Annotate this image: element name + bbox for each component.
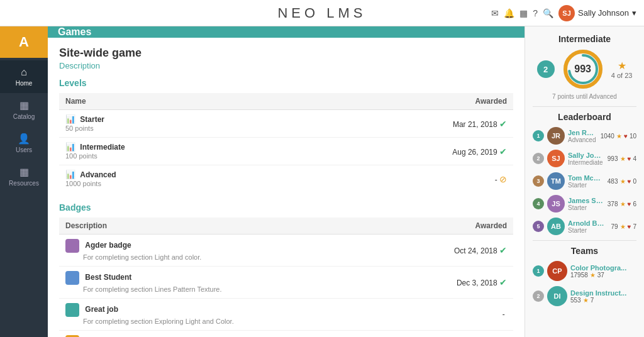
lb-star-icon: ★ — [620, 155, 626, 162]
search-icon[interactable]: 🔍 — [543, 8, 553, 18]
stars-value: 4 of 23 — [611, 72, 633, 79]
lb-name[interactable]: James Stevens — [568, 197, 604, 204]
table-row: Agder badge For completing section Light… — [59, 235, 513, 267]
team-info: Design Instruct... 553 ★ 7 — [570, 289, 636, 304]
level-awarded-cell: - ⊘ — [294, 165, 513, 193]
levels-col-awarded: Awarded — [294, 93, 513, 110]
team-star-icon: ★ — [590, 272, 596, 279]
sidebar-item-resources[interactable]: ▦ Resources — [0, 160, 48, 193]
lb-stats: 993 ★ ♥ 4 — [608, 155, 636, 162]
lb-stars: 4 — [633, 155, 636, 162]
team-info: Color Photogra... 17958 ★ 37 — [570, 264, 636, 279]
resources-icon: ▦ — [19, 166, 29, 178]
lb-heart-icon: ♥ — [628, 223, 631, 230]
badge-awarded-date: Oct 24, 2018 — [454, 246, 497, 255]
lb-stats: 1040 ★ ♥ 10 — [601, 133, 636, 140]
progress-note: 7 points until Advanced — [533, 93, 636, 100]
badge-desc-cell: Best Student For completing section Line… — [59, 267, 392, 299]
badges-section-title: Badges — [59, 202, 513, 213]
avatar: SJ — [558, 5, 575, 21]
help-icon[interactable]: ? — [533, 8, 538, 18]
header-title: Games — [58, 26, 91, 38]
notification-icon[interactable]: 🔔 — [504, 8, 514, 18]
lb-avatar: AB — [547, 218, 565, 235]
sidebar-logo: A — [0, 26, 48, 58]
lb-points: 1040 — [601, 133, 614, 140]
lb-level: Intermediate — [568, 159, 604, 166]
team-points: 17958 — [570, 272, 588, 279]
leaderboard-item: 5 AB Arnold Balls Starter 79 ★ ♥ 7 — [533, 218, 636, 235]
table-row: 📊 Advanced 1000 points - ⊘ — [59, 165, 513, 193]
team-name[interactable]: Design Instruct... — [570, 289, 636, 297]
sidebar-nav: ⌂ Home ▦ Catalog 👤 Users ▦ Resources — [0, 60, 48, 193]
team-star-icon: ★ — [583, 297, 589, 304]
lb-info: James Stevens Starter — [568, 197, 604, 211]
check-icon: ✔ — [499, 119, 507, 129]
page-title: Site-wide game — [59, 47, 513, 60]
team-rank: 2 — [533, 290, 544, 302]
badge-awarded-cell: - — [392, 331, 513, 338]
teams-title: Teams — [533, 246, 636, 256]
lb-name[interactable]: Arnold Balls — [568, 219, 608, 227]
lb-avatar: SJ — [547, 150, 565, 167]
lb-level: Starter — [568, 227, 608, 234]
sidebar-label-resources: Resources — [9, 180, 39, 187]
teams-list: 1 CP Color Photogra... 17958 ★ 37 2 DI D… — [533, 261, 636, 306]
badge-awarded-date: - — [502, 310, 505, 319]
levels-table: Name Awarded 📊 Starter 50 points Mar 21,… — [59, 93, 513, 192]
lb-heart-icon: ♥ — [628, 178, 631, 185]
right-panel: Intermediate 2 993 ★ 4 of 23 7 points un… — [525, 26, 644, 337]
app-title: NEO LMS — [277, 5, 366, 21]
lb-avatar: JR — [547, 127, 565, 145]
lb-name[interactable]: Sally Johnson — [568, 152, 604, 159]
lb-level: Advanced — [568, 136, 597, 143]
sidebar-item-home[interactable]: ⌂ Home — [0, 60, 48, 93]
team-stars: 7 — [591, 297, 594, 304]
lb-avatar: TM — [547, 172, 565, 190]
leaderboard-item: 2 SJ Sally Johnson Intermediate 993 ★ ♥ … — [533, 150, 636, 167]
points-circle: 993 — [563, 49, 603, 89]
level-name-cell: 📊 Starter 50 points — [59, 110, 294, 138]
badge-awarded-cell: - — [392, 299, 513, 331]
calendar-icon[interactable]: ▦ — [519, 8, 528, 18]
sidebar-label-home: Home — [16, 80, 33, 87]
content-area: Games Site-wide game Description Levels … — [48, 26, 525, 337]
divider-1 — [533, 106, 636, 107]
level-points: 50 points — [65, 124, 94, 132]
table-row: 📊 Intermediate 100 points Aug 26, 2019 ✔ — [59, 138, 513, 165]
lb-name[interactable]: Tom McGregor — [568, 174, 604, 182]
leaderboard-item: 4 JS James Stevens Starter 378 ★ ♥ 6 — [533, 195, 636, 213]
lb-info: Arnold Balls Starter — [568, 219, 608, 234]
table-row: Gold star For completing section Themed … — [59, 331, 513, 338]
team-name[interactable]: Color Photogra... — [570, 264, 636, 272]
levels-section-title: Levels — [59, 78, 513, 88]
lb-heart-icon: ♥ — [624, 133, 628, 140]
lb-rank: 1 — [533, 130, 544, 141]
level-awarded-date: - — [495, 175, 497, 184]
badge-desc-cell: Gold star For completing section Themed … — [59, 331, 392, 338]
lb-star-icon: ★ — [616, 133, 622, 140]
lb-name[interactable]: Jen Roberts — [568, 129, 597, 136]
team-stats: 553 ★ 7 — [570, 297, 636, 304]
mail-icon[interactable]: ✉ — [491, 8, 499, 18]
team-rank: 1 — [533, 265, 544, 277]
level-name: Intermediate — [80, 143, 125, 152]
lb-points: 79 — [611, 223, 618, 230]
lb-points: 993 — [608, 155, 618, 162]
level-name: Starter — [80, 115, 104, 124]
sidebar-item-catalog[interactable]: ▦ Catalog — [0, 93, 48, 126]
table-row: Great job For completing section Explori… — [59, 299, 513, 331]
sidebar: A ⌂ Home ▦ Catalog 👤 Users ▦ Resources — [0, 26, 48, 337]
pending-icon: ⊘ — [499, 174, 507, 184]
star-icon: ★ — [618, 60, 626, 72]
badges-table: Description Awarded Agder badge For comp… — [59, 218, 513, 337]
user-menu[interactable]: SJ Sally Johnson ▾ — [558, 5, 636, 21]
description-link[interactable]: Description — [59, 61, 513, 70]
sidebar-item-users[interactable]: 👤 Users — [0, 126, 48, 160]
team-item: 2 DI Design Instruct... 553 ★ 7 — [533, 286, 636, 306]
top-bar-actions: ✉ 🔔 ▦ ? 🔍 SJ Sally Johnson ▾ — [491, 5, 636, 21]
lb-info: Tom McGregor Starter — [568, 174, 604, 189]
lb-points: 378 — [608, 201, 618, 207]
sidebar-label-catalog: Catalog — [13, 113, 35, 120]
lb-stars: 10 — [630, 133, 636, 140]
